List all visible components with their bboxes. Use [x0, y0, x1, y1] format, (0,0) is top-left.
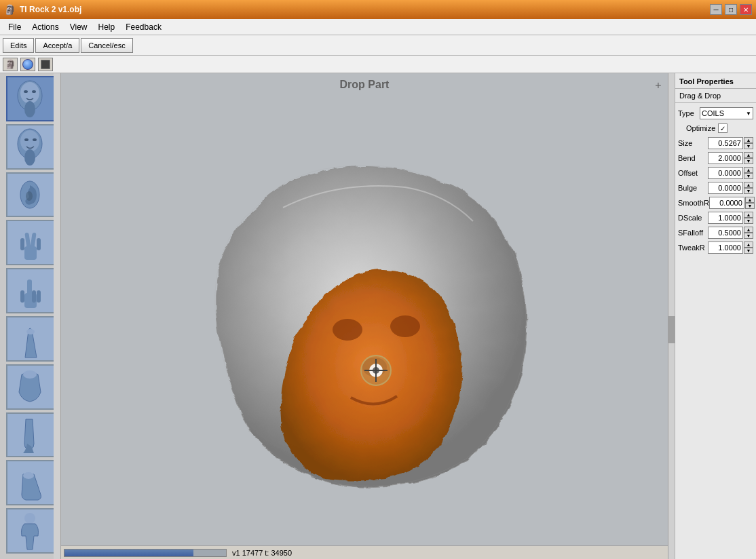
- svg-point-23: [23, 370, 37, 379]
- prop-spin-down-dscale[interactable]: ▼: [744, 218, 753, 224]
- prop-spinners-bend: ▲ ▼: [744, 152, 753, 164]
- sidebar-item-figure[interactable]: [6, 508, 55, 554]
- prop-spin-up-offset[interactable]: ▲: [744, 167, 753, 173]
- svg-rect-12: [24, 246, 37, 260]
- prop-spin-up-dscale[interactable]: ▲: [744, 212, 753, 218]
- prop-spin-up-sfalloff[interactable]: ▲: [744, 227, 753, 233]
- svg-rect-20: [37, 290, 41, 303]
- minimize-button[interactable]: ─: [710, 4, 722, 15]
- prop-spinners-smoothr: ▲ ▼: [745, 197, 755, 209]
- prop-input-wrap-tweakr: ▲ ▼: [708, 242, 753, 254]
- prop-input-bend[interactable]: [708, 152, 743, 164]
- prop-row-bend: Bend ▲ ▼: [675, 151, 756, 166]
- sidebar-item-ear[interactable]: [6, 172, 55, 218]
- type-row: Type COILS ▼: [675, 106, 756, 121]
- prop-spin-down-tweakr[interactable]: ▼: [744, 248, 753, 254]
- svg-point-9: [24, 149, 35, 166]
- menu-view[interactable]: View: [64, 21, 93, 33]
- prop-input-offset[interactable]: [708, 167, 743, 179]
- menu-actions[interactable]: Actions: [26, 21, 64, 33]
- prop-spin-up-bend[interactable]: ▲: [744, 152, 753, 158]
- edits-button[interactable]: Edits: [3, 38, 34, 53]
- prop-input-size[interactable]: [708, 137, 743, 149]
- optimize-row: Optimize ✓: [675, 121, 756, 136]
- sidebar-item-torso[interactable]: [6, 364, 55, 410]
- menu-help[interactable]: Help: [93, 21, 121, 33]
- statusbar: v1 17477 t: 34950: [61, 545, 668, 559]
- prop-input-tweakr[interactable]: [708, 242, 743, 254]
- sidebar-item-face-side[interactable]: [6, 124, 55, 170]
- plus-button[interactable]: +: [651, 79, 665, 92]
- main-layout: Drop Part +: [0, 73, 756, 559]
- hand-peace-thumb: [8, 220, 52, 265]
- prop-spinners-sfalloff: ▲ ▼: [744, 227, 753, 239]
- viewport[interactable]: Drop Part +: [61, 73, 668, 559]
- prop-input-wrap-dscale: ▲ ▼: [708, 212, 753, 224]
- arm-thumb: [8, 317, 52, 361]
- cancel-button[interactable]: Cancel/esc: [81, 38, 132, 53]
- prop-spin-down-size[interactable]: ▼: [744, 143, 753, 149]
- svg-rect-18: [27, 280, 32, 297]
- prop-spin-down-smoothr[interactable]: ▼: [745, 203, 755, 209]
- prop-spinners-offset: ▲ ▼: [744, 167, 753, 179]
- sidebar-item-hand-point[interactable]: [6, 268, 55, 313]
- prop-input-smoothr[interactable]: [709, 197, 744, 209]
- close-button[interactable]: ✕: [740, 4, 752, 15]
- svg-rect-21: [32, 290, 36, 303]
- prop-spinners-bulge: ▲ ▼: [744, 182, 753, 194]
- right-scroll-thumb[interactable]: [668, 316, 675, 343]
- prop-label-sfalloff: SFalloff: [678, 229, 708, 237]
- prop-spin-up-bulge[interactable]: ▲: [744, 182, 753, 188]
- drag-drop-label: Drag & Drop: [675, 90, 756, 103]
- ear-thumb: [8, 173, 52, 217]
- prop-input-bulge[interactable]: [708, 182, 743, 194]
- svg-rect-19: [20, 290, 24, 303]
- svg-rect-16: [37, 238, 41, 250]
- rock-3d-view: [147, 106, 582, 526]
- prop-row-offset: Offset ▲ ▼: [675, 166, 756, 180]
- sidebar-item-leg[interactable]: [6, 412, 55, 458]
- accept-button[interactable]: Accept/a: [35, 38, 79, 53]
- prop-input-sfalloff[interactable]: [708, 227, 743, 239]
- prop-spin-up-size[interactable]: ▲: [744, 137, 753, 143]
- drop-part-label: Drop Part: [340, 79, 390, 91]
- sidebar-item-face[interactable]: [6, 76, 55, 121]
- face-side-thumb: [8, 125, 52, 169]
- prop-spin-down-sfalloff[interactable]: ▼: [744, 233, 753, 239]
- iconbar: 🗿: [0, 56, 756, 73]
- sidebar-scrollbar[interactable]: [54, 73, 60, 559]
- sidebar-item-arm[interactable]: [6, 316, 55, 362]
- prop-input-dscale[interactable]: [708, 212, 743, 224]
- type-select[interactable]: COILS ▼: [700, 107, 753, 119]
- prop-spinners-tweakr: ▲ ▼: [744, 242, 753, 254]
- svg-point-4: [24, 101, 35, 117]
- face-thumb: [8, 77, 52, 121]
- sidebar-item-hand-peace[interactable]: [6, 220, 55, 265]
- maximize-button[interactable]: □: [725, 4, 737, 15]
- sphere-icon: [22, 59, 33, 70]
- prop-spin-up-tweakr[interactable]: ▲: [744, 242, 753, 248]
- optimize-checkbox[interactable]: ✓: [718, 123, 727, 133]
- icon-tool-btn[interactable]: 🗿: [3, 58, 18, 71]
- prop-spin-down-bulge[interactable]: ▼: [744, 188, 753, 194]
- menu-file[interactable]: File: [3, 21, 26, 33]
- sidebar-item-foot[interactable]: [6, 460, 55, 505]
- prop-spin-down-offset[interactable]: ▼: [744, 173, 753, 179]
- prop-spin-up-smoothr[interactable]: ▲: [745, 197, 755, 203]
- statusbar-progress-fill: [64, 550, 193, 556]
- app-icon: 🗿: [4, 4, 16, 15]
- prop-spin-down-bend[interactable]: ▼: [744, 158, 753, 164]
- right-scrollbar[interactable]: [668, 73, 675, 559]
- prop-input-wrap-offset: ▲ ▼: [708, 167, 753, 179]
- square-icon-btn[interactable]: [38, 58, 53, 71]
- right-panel: Tool Properties Drag & Drop Type COILS ▼…: [675, 73, 756, 559]
- prop-row-bulge: Bulge ▲ ▼: [675, 180, 756, 195]
- prop-spinners-dscale: ▲ ▼: [744, 212, 753, 224]
- prop-row-tweakr: TweakR ▲ ▼: [675, 240, 756, 255]
- sphere-icon-btn[interactable]: [20, 58, 35, 71]
- menu-feedback[interactable]: Feedback: [120, 21, 167, 33]
- prop-label-bulge: Bulge: [678, 184, 708, 192]
- svg-point-24: [23, 472, 34, 479]
- prop-row-size: Size ▲ ▼: [675, 136, 756, 151]
- svg-rect-14: [30, 233, 36, 250]
